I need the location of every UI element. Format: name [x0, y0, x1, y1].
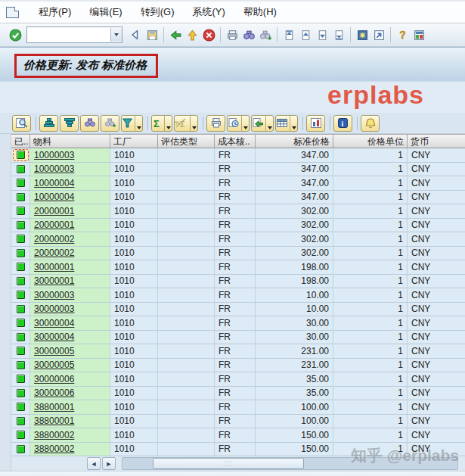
column-header-plant[interactable]: 工厂	[110, 135, 158, 148]
material-link[interactable]: 38800002	[34, 443, 74, 454]
material-link[interactable]: 38800002	[34, 430, 74, 440]
material-link[interactable]: 30000004	[34, 318, 74, 328]
command-input[interactable]	[27, 29, 110, 41]
table-row[interactable]: 100000041010FR347.001CNY	[11, 176, 465, 191]
status-button[interactable]	[17, 249, 25, 257]
material-link[interactable]: 30000001	[34, 275, 74, 286]
material-link[interactable]: 30000004	[34, 331, 74, 342]
help-button[interactable]: ?	[394, 26, 411, 43]
material-link[interactable]: 20000002	[34, 247, 74, 258]
table-row[interactable]: 300000061010FR35.001CNY	[11, 387, 465, 401]
column-header-status[interactable]: 已..	[11, 135, 30, 148]
table-row[interactable]: 300000041010FR30.001CNY	[11, 316, 465, 331]
material-link[interactable]: 30000003	[34, 290, 74, 300]
status-button[interactable]	[17, 319, 25, 327]
status-button[interactable]	[17, 431, 25, 439]
table-row[interactable]: 300000031010FR10.001CNY	[11, 288, 465, 303]
table-row[interactable]: 388000011010FR100.001CNY	[11, 400, 465, 415]
back-button[interactable]	[167, 26, 184, 43]
material-link[interactable]: 30000006	[34, 387, 74, 398]
column-header-material[interactable]: 物料	[30, 135, 110, 148]
command-field[interactable]	[26, 26, 122, 43]
status-button[interactable]	[17, 389, 25, 397]
status-button[interactable]	[17, 375, 25, 383]
table-row[interactable]: 300000061010FR35.001CNY	[11, 372, 465, 387]
table-row[interactable]: 200000021010FR302.001CNY	[11, 247, 465, 261]
details-button[interactable]	[12, 115, 31, 132]
save-button[interactable]	[144, 26, 160, 43]
status-button[interactable]	[17, 333, 25, 341]
material-link[interactable]: 10000003	[34, 150, 74, 160]
status-button[interactable]	[13, 149, 29, 161]
table-row[interactable]: 200000011010FR302.001CNY	[11, 219, 465, 233]
cancel-button[interactable]	[200, 26, 217, 43]
material-link[interactable]: 30000005	[34, 359, 74, 370]
find-next-button[interactable]	[101, 115, 119, 132]
exit-button[interactable]	[184, 26, 200, 43]
dropdown-arrow-icon[interactable]	[164, 116, 172, 131]
customize-layout-button[interactable]	[411, 26, 427, 43]
column-header-valuation_type[interactable]: 评估类型	[158, 135, 215, 148]
column-header-costing[interactable]: 成本核..	[215, 135, 256, 148]
alert-button[interactable]	[361, 115, 380, 132]
scroll-left-button[interactable]: ◄	[87, 457, 101, 470]
scrollbar-track[interactable]: ∙∙∙∙∙∙	[122, 457, 458, 470]
subtotal-button[interactable]: %Σ	[174, 115, 198, 132]
find-button[interactable]	[80, 115, 99, 132]
back-triangle-button[interactable]	[127, 26, 144, 43]
material-link[interactable]: 20000002	[34, 234, 74, 244]
status-button[interactable]	[17, 165, 25, 173]
create-shortcut-button[interactable]	[370, 26, 387, 43]
choose-layout-button[interactable]	[275, 115, 298, 132]
find-button[interactable]	[240, 26, 257, 43]
material-link[interactable]: 30000006	[34, 374, 74, 384]
material-link[interactable]: 10000004	[34, 178, 74, 188]
status-button[interactable]	[17, 417, 25, 425]
material-link[interactable]: 30000003	[34, 303, 74, 314]
new-session-button[interactable]	[354, 26, 370, 43]
scrollbar-thumb[interactable]: ∙∙∙∙∙∙	[153, 458, 304, 469]
material-link[interactable]: 30000005	[34, 346, 74, 356]
table-row[interactable]: 100000041010FR347.001CNY	[11, 191, 465, 205]
column-header-currency[interactable]: 货币	[408, 135, 465, 148]
table-row[interactable]: 388000011010FR100.001CNY	[11, 415, 465, 429]
table-row[interactable]: 300000011010FR198.001CNY	[11, 275, 465, 289]
print-button[interactable]	[224, 26, 240, 43]
status-button[interactable]	[17, 347, 25, 355]
table-row[interactable]: 300000031010FR10.001CNY	[11, 303, 465, 317]
status-button[interactable]	[17, 193, 25, 201]
table-row[interactable]: 300000051010FR231.001CNY	[11, 359, 465, 373]
sum-button[interactable]: Σ	[151, 115, 172, 132]
table-row[interactable]: 300000041010FR30.001CNY	[11, 331, 465, 345]
info-button[interactable]: i	[333, 115, 352, 132]
material-link[interactable]: 38800001	[34, 415, 74, 426]
material-link[interactable]: 20000001	[34, 219, 74, 230]
status-button[interactable]	[17, 263, 25, 271]
table-row[interactable]: 200000011010FR302.001CNY	[11, 204, 465, 219]
material-link[interactable]: 10000003	[34, 163, 74, 174]
material-link[interactable]: 10000004	[34, 191, 74, 202]
export-button[interactable]	[251, 115, 274, 132]
sort-ascending-button[interactable]	[39, 115, 58, 132]
scroll-right-button[interactable]: ►	[102, 457, 116, 470]
find-next-button[interactable]	[257, 26, 274, 43]
graphic-button[interactable]	[306, 115, 325, 132]
filter-button[interactable]	[121, 115, 143, 132]
menu-program[interactable]: 程序(P)	[29, 5, 80, 19]
table-row[interactable]: 300000051010FR231.001CNY	[11, 344, 465, 359]
status-button[interactable]	[17, 277, 25, 285]
status-button[interactable]	[17, 403, 25, 411]
table-row[interactable]: 100000031010FR347.001CNY	[11, 148, 465, 163]
sort-descending-button[interactable]	[60, 115, 79, 132]
menu-goto[interactable]: 转到(G)	[132, 5, 184, 19]
table-row[interactable]: 388000021010FR150.001CNY	[11, 428, 465, 443]
table-row[interactable]: 388000021010FR150.001CNY	[11, 443, 465, 457]
status-button[interactable]	[17, 445, 25, 453]
status-button[interactable]	[17, 179, 25, 187]
status-button[interactable]	[17, 221, 25, 229]
dropdown-arrow-icon[interactable]	[190, 116, 197, 131]
status-button[interactable]	[17, 305, 25, 313]
status-button[interactable]	[17, 235, 25, 243]
dropdown-arrow-icon[interactable]	[265, 116, 273, 131]
previous-page-button[interactable]	[297, 26, 314, 43]
